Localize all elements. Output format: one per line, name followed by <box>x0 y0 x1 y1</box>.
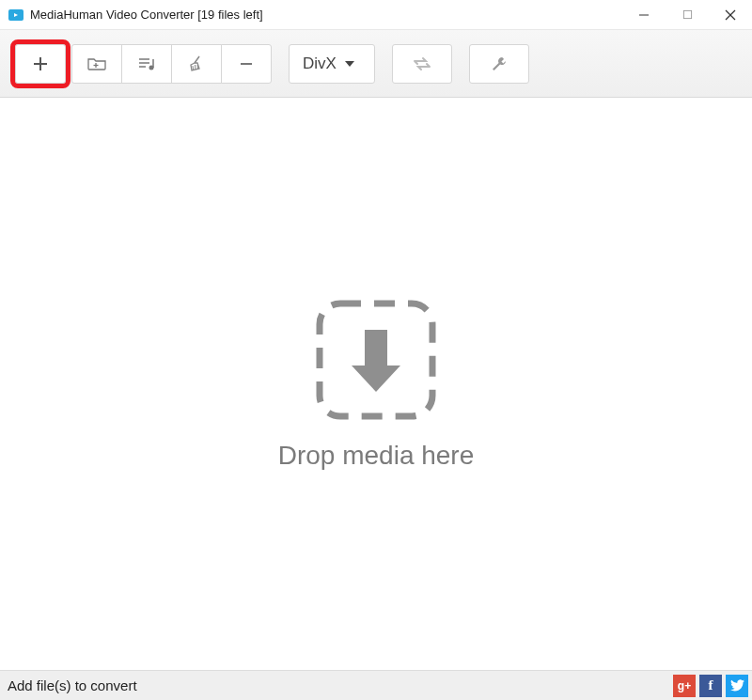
folder-plus-icon <box>86 55 107 72</box>
remove-button[interactable] <box>221 44 272 84</box>
minimize-button[interactable] <box>622 0 666 29</box>
social-links: g+ f <box>673 675 748 697</box>
titlebar: MediaHuman Video Converter [19 files lef… <box>0 0 752 30</box>
app-icon <box>8 7 24 23</box>
statusbar: Add file(s) to convert g+ f <box>0 670 752 700</box>
clean-button[interactable] <box>171 44 222 84</box>
toolbar: DivX <box>0 30 752 98</box>
svg-line-17 <box>197 65 198 69</box>
svg-line-14 <box>195 56 199 63</box>
convert-button[interactable] <box>392 44 452 84</box>
playlist-icon <box>136 55 157 72</box>
drop-arrow-icon <box>314 298 438 422</box>
facebook-link[interactable]: f <box>699 675 722 697</box>
twitter-link[interactable] <box>726 675 748 697</box>
status-text: Add file(s) to convert <box>8 677 673 693</box>
plus-icon <box>30 54 51 74</box>
drop-text: Drop media here <box>278 441 475 471</box>
svg-marker-19 <box>345 61 354 67</box>
convert-arrows-icon <box>411 54 433 73</box>
drop-area[interactable]: Drop media here <box>0 98 752 670</box>
svg-rect-21 <box>365 330 387 366</box>
gplus-icon: g+ <box>678 679 691 692</box>
format-label: DivX <box>303 54 337 73</box>
svg-rect-3 <box>683 10 691 18</box>
svg-marker-22 <box>352 366 400 392</box>
svg-line-15 <box>193 66 194 70</box>
maximize-button[interactable] <box>666 0 709 29</box>
add-file-button[interactable] <box>15 44 66 84</box>
settings-button[interactable] <box>469 44 529 84</box>
minus-icon <box>236 54 257 74</box>
chevron-down-icon <box>344 60 355 68</box>
window-title: MediaHuman Video Converter [19 files lef… <box>30 8 622 22</box>
add-folder-button[interactable] <box>71 44 122 84</box>
facebook-icon: f <box>709 677 713 693</box>
format-dropdown[interactable]: DivX <box>289 44 375 84</box>
svg-line-16 <box>196 65 196 70</box>
toolbar-group-files <box>71 44 272 84</box>
twitter-icon <box>730 679 744 692</box>
window-controls <box>622 0 752 29</box>
googleplus-link[interactable]: g+ <box>673 675 696 697</box>
broom-icon <box>186 54 207 73</box>
wrench-icon <box>489 54 509 74</box>
playlist-button[interactable] <box>121 44 172 84</box>
close-button[interactable] <box>709 0 752 29</box>
